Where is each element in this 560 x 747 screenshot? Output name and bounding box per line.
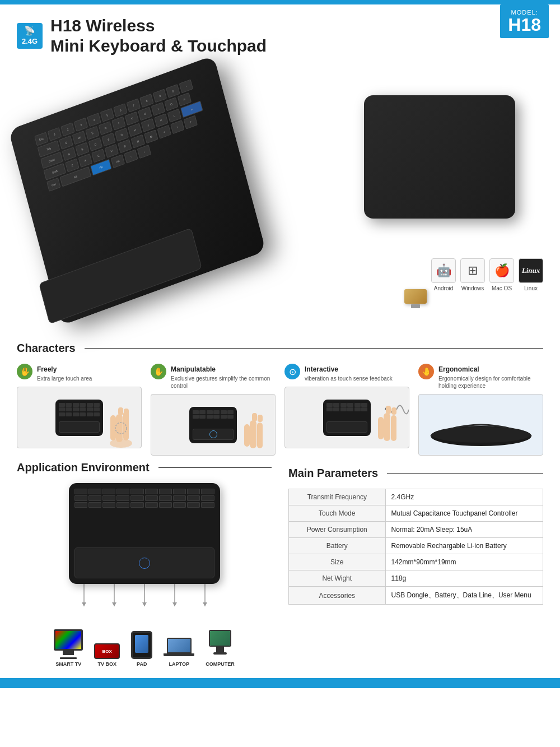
device-laptop: LAPTOP (164, 638, 194, 667)
laptop-label: LAPTOP (169, 661, 189, 667)
title-line2: Mini Keyboard & Touchpad (50, 36, 267, 56)
table-row: Transmit Frequency2.4GHz (289, 489, 543, 505)
svg-marker-27 (172, 602, 177, 606)
ergonomical-title: Ergonomical (438, 365, 479, 373)
tvbox-icon: BOX (94, 643, 120, 659)
svg-rect-15 (386, 406, 391, 414)
wifi-badge: 📡 2.4G (17, 23, 43, 49)
app-env-title: Application Environment (17, 461, 158, 474)
freely-kb (55, 400, 103, 436)
freq-label: 2.4G (20, 37, 39, 47)
computer-label: COMPUTER (206, 661, 235, 667)
svg-rect-12 (384, 413, 390, 441)
characters-section: Characters 🖐 Freely Extra large touch ar… (0, 342, 560, 456)
manipulatable-icon: ✋ (151, 364, 166, 379)
model-number: H18 (508, 16, 541, 34)
svg-rect-7 (250, 420, 256, 448)
compat-windows: ⊞ Windows (460, 258, 485, 291)
svg-rect-1 (116, 414, 123, 442)
svg-rect-10 (252, 413, 257, 421)
ergo-profile (425, 402, 537, 447)
feature-freely: 🖐 Freely Extra large touch area (17, 364, 142, 456)
svg-marker-25 (112, 602, 116, 606)
param-value: USB Dongle、Battery、Data Line、User Menu (385, 587, 543, 605)
device-smart-tv: SMART TV (54, 629, 83, 667)
app-env-touchpad (74, 548, 214, 578)
header: 📡 2.4G H18 Wireless Mini Keyboard & Touc… (0, 4, 560, 56)
device-row: SMART TV BOX TV BOX (54, 629, 235, 667)
feature-interactive: ⊙ Interactive viberation as touch sense … (284, 364, 409, 456)
param-value: Mutual Capacitance Touchpanel Controller (385, 505, 543, 522)
param-label: Touch Mode (289, 505, 386, 522)
wifi-icon: 📡 (20, 25, 39, 37)
keyboard-back-image (364, 95, 515, 219)
manipulatable-kb (189, 407, 237, 443)
params-title: Main Parameters (288, 467, 387, 480)
smart-tv-label: SMART TV (55, 661, 81, 667)
compat-macos: 🍎 Mac OS (489, 258, 514, 291)
interactive-icon: ⊙ (284, 364, 300, 379)
feature-manipulatable: ✋ Manipulatable Exclusive gestures simpl… (151, 364, 276, 456)
param-label: Transmit Frequency (289, 489, 386, 505)
manipulatable-title: Manipulatable (171, 365, 216, 373)
device-tv-box: BOX TV BOX (94, 643, 120, 667)
svg-rect-9 (244, 424, 250, 447)
app-env-divider (158, 467, 272, 468)
svg-rect-2 (123, 411, 129, 440)
svg-rect-16 (391, 407, 396, 415)
top-bar (0, 0, 560, 4)
characters-title: Characters (17, 342, 85, 355)
param-label: Power Consumption (289, 522, 386, 538)
ergonomical-image (418, 394, 543, 456)
tv-icon (54, 629, 83, 651)
tv-box-label: TV BOX (97, 661, 116, 667)
app-env-keyboard (69, 483, 220, 584)
compat-android: 🤖 Android (431, 258, 456, 291)
compat-linux: Linux Linux (519, 258, 543, 291)
characters-divider (85, 348, 543, 349)
param-value: 118g (385, 570, 543, 587)
hand-freely (106, 397, 137, 448)
table-row: Net Wight118g (289, 570, 543, 587)
svg-marker-24 (82, 602, 86, 606)
compat-icons: 🤖 Android ⊞ Windows 🍎 Mac OS Linux Linux (431, 258, 543, 291)
svg-marker-26 (142, 602, 147, 606)
table-row: BatteryRemovable Rechargable Li-ion Batt… (289, 538, 543, 554)
params-title-row: Main Parameters (288, 467, 543, 480)
freely-icon: 🖐 (17, 364, 32, 379)
laptop-icon (164, 638, 194, 659)
pad-label: PAD (137, 661, 147, 667)
hero-area: Esc 1 2 3 4 5 6 7 8 9 0 - Tab Q W E R T … (0, 62, 560, 336)
bottom-sections: Application Environment (0, 461, 560, 667)
freely-title: Freely (37, 365, 57, 373)
manipulatable-image (151, 394, 276, 456)
table-row: Power ConsumptionNormal: 20mA Sleep: 15u… (289, 522, 543, 538)
connection-lines (69, 584, 220, 620)
param-value: 142mm*90mm*19mm (385, 554, 543, 570)
param-label: Size (289, 554, 386, 570)
computer-icon (209, 630, 231, 659)
interactive-image (284, 387, 409, 448)
freely-desc: Extra large touch area (37, 375, 92, 382)
app-env-content: SMART TV BOX TV BOX (17, 483, 272, 667)
hand-interactive (372, 397, 406, 448)
param-value: Removable Rechargable Li-ion Battery (385, 538, 543, 554)
params-table: Transmit Frequency2.4GHzTouch ModeMutual… (288, 489, 543, 605)
svg-rect-4 (118, 407, 123, 415)
windows-icon: ⊞ (460, 258, 485, 283)
device-computer: COMPUTER (206, 630, 235, 667)
svg-rect-14 (378, 417, 384, 439)
interactive-title: Interactive (305, 365, 338, 373)
table-row: Size142mm*90mm*19mm (289, 554, 543, 570)
hand-manipulatable (239, 405, 272, 455)
svg-marker-28 (203, 602, 207, 606)
app-env-section: Application Environment (17, 461, 272, 667)
characters-grid: 🖐 Freely Extra large touch area (17, 364, 543, 456)
interactive-desc: viberation as touch sense feedback (305, 375, 393, 382)
device-pad: PAD (131, 631, 152, 667)
model-badge: MODEL: H18 (500, 4, 549, 38)
param-label: Battery (289, 538, 386, 554)
linux-icon: Linux (519, 258, 543, 283)
params-section: Main Parameters Transmit Frequency2.4GHz… (288, 467, 543, 667)
title-line1: H18 Wireless (50, 16, 267, 36)
